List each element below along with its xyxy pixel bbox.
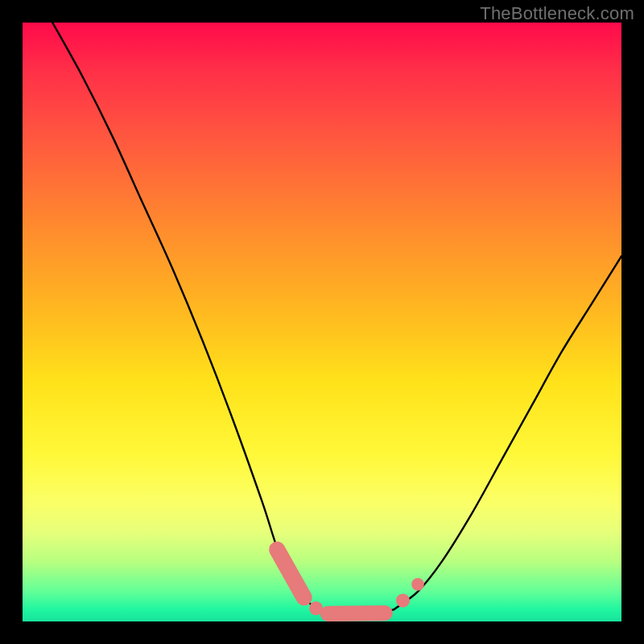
valley-marker-dot: [411, 578, 424, 591]
left-curve-path: [52, 23, 322, 613]
right-curve-path: [394, 256, 621, 609]
marker-layer: [277, 550, 424, 615]
valley-marker-dot: [396, 593, 410, 607]
plot-area: [23, 23, 621, 621]
outer-black-frame: TheBottleneck.com: [0, 0, 644, 644]
valley-marker-capsule: [328, 613, 385, 614]
watermark-text: TheBottleneck.com: [480, 3, 634, 24]
chart-svg: [23, 23, 621, 621]
valley-marker-capsule: [277, 550, 303, 598]
